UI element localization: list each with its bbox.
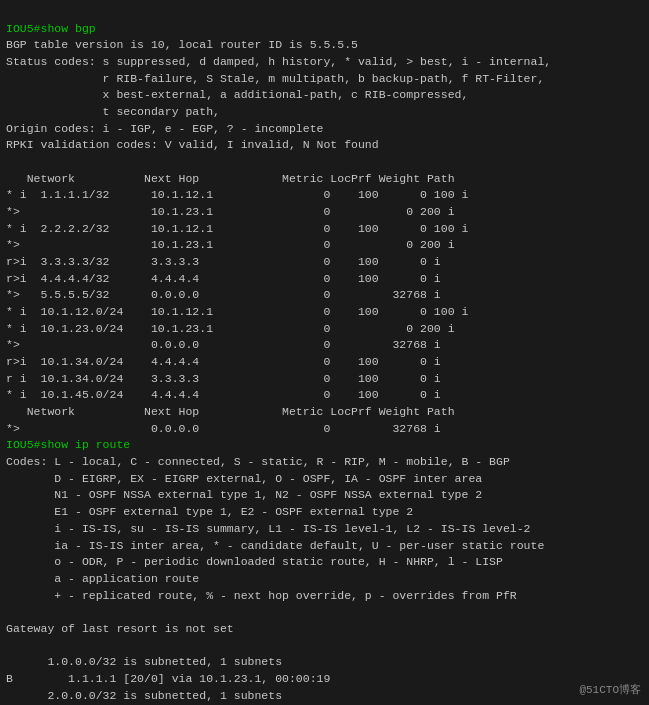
origin-codes: Origin codes: i - IGP, e - EGP, ? - inco… [6, 122, 323, 135]
bgp-header-2: Network Next Hop Metric LocPrf Weight Pa… [6, 405, 455, 418]
bgp-header: Network Next Hop Metric LocPrf Weight Pa… [6, 172, 455, 185]
codes-line9: + - replicated route, % - next hop overr… [6, 589, 517, 602]
cmd-show-bgp: IOU5#show bgp [6, 22, 96, 35]
status-codes-line2: r RIB-failure, S Stale, m multipath, b b… [6, 72, 544, 85]
bgp-row-1: * i 1.1.1.1/32 10.1.12.1 0 100 0 100 i [6, 188, 468, 201]
codes-line2: D - EIGRP, EX - EIGRP external, O - OSPF… [6, 472, 482, 485]
cmd-show-ip-route: IOU5#show ip route [6, 438, 130, 451]
bgp-table-version: BGP table version is 10, local router ID… [6, 38, 358, 51]
bgp-row-3: * i 2.2.2.2/32 10.1.12.1 0 100 0 100 i [6, 222, 468, 235]
terminal-window: IOU5#show bgp BGP table version is 10, l… [0, 0, 649, 705]
bgp-row-5: r>i 3.3.3.3/32 3.3.3.3 0 100 0 i [6, 255, 441, 268]
watermark: @51CTO博客 [579, 682, 641, 697]
codes-line4: E1 - OSPF external type 1, E2 - OSPF ext… [6, 505, 413, 518]
route-B-1: B 1.1.1.1 [20/0] via 10.1.23.1, 00:00:19 [6, 672, 330, 685]
subnet-1-header: 1.0.0.0/32 is subnetted, 1 subnets [6, 655, 282, 668]
bgp-row-11: r>i 10.1.34.0/24 4.4.4.4 0 100 0 i [6, 355, 441, 368]
status-codes-line1: Status codes: s suppressed, d damped, h … [6, 55, 551, 68]
bgp-row-4: *> 10.1.23.1 0 0 200 i [6, 238, 455, 251]
bgp-row-8: * i 10.1.12.0/24 10.1.12.1 0 100 0 100 i [6, 305, 468, 318]
bgp-row-12: r i 10.1.34.0/24 3.3.3.3 0 100 0 i [6, 372, 441, 385]
codes-line6: ia - IS-IS inter area, * - candidate def… [6, 539, 544, 552]
gateway-last-resort: Gateway of last resort is not set [6, 622, 234, 635]
bgp-row-10: *> 0.0.0.0 0 32768 i [6, 338, 441, 351]
codes-line8: a - application route [6, 572, 199, 585]
bgp-row-6: r>i 4.4.4.4/32 4.4.4.4 0 100 0 i [6, 272, 441, 285]
subnet-2-header: 2.0.0.0/32 is subnetted, 1 subnets [6, 689, 282, 702]
bgp-row-9: * i 10.1.23.0/24 10.1.23.1 0 0 200 i [6, 322, 455, 335]
codes-line3: N1 - OSPF NSSA external type 1, N2 - OSP… [6, 488, 482, 501]
codes-line1: Codes: L - local, C - connected, S - sta… [6, 455, 510, 468]
status-codes-line4: t secondary path, [6, 105, 220, 118]
terminal-content: IOU5#show bgp BGP table version is 10, l… [6, 22, 551, 705]
codes-line5: i - IS-IS, su - IS-IS summary, L1 - IS-I… [6, 522, 531, 535]
bgp-row-13: * i 10.1.45.0/24 4.4.4.4 0 100 0 i [6, 388, 441, 401]
bgp-row-2: *> 10.1.23.1 0 0 200 i [6, 205, 455, 218]
bgp-row-14: *> 0.0.0.0 0 32768 i [6, 422, 441, 435]
bgp-row-7: *> 5.5.5.5/32 0.0.0.0 0 32768 i [6, 288, 441, 301]
codes-line7: o - ODR, P - periodic downloaded static … [6, 555, 503, 568]
rpki-codes: RPKI validation codes: V valid, I invali… [6, 138, 379, 151]
status-codes-line3: x best-external, a additional-path, c RI… [6, 88, 468, 101]
